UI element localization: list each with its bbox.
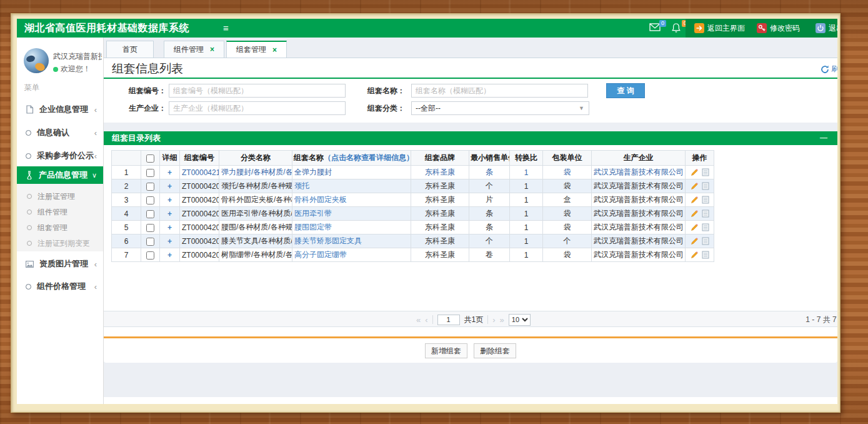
circle-icon xyxy=(26,284,31,290)
mail-icon[interactable]: 0 xyxy=(649,23,662,33)
cell-name[interactable]: 医用牵引带 xyxy=(292,207,411,221)
kit-code-input[interactable] xyxy=(169,84,346,98)
view-doc-icon[interactable] xyxy=(702,209,709,218)
edit-pencil-icon[interactable] xyxy=(691,237,699,245)
cell-detail[interactable]: + xyxy=(160,179,180,193)
row-checkbox[interactable] xyxy=(146,196,154,204)
cell-code: ZT00004206 xyxy=(180,221,219,235)
footer-separator xyxy=(104,336,837,338)
edit-pencil-icon[interactable] xyxy=(691,196,699,204)
edit-pencil-icon[interactable] xyxy=(691,209,699,218)
cell-detail[interactable]: + xyxy=(160,221,180,235)
close-icon[interactable]: × xyxy=(272,46,277,54)
top-header-bar: 湖北省高值医用耗材基础数据库系统 ≡ 0 0 返回主界面 修改密码 退出 xyxy=(17,19,837,38)
cell-detail[interactable]: + xyxy=(160,166,180,179)
prev-page-icon[interactable]: ‹ xyxy=(425,315,427,325)
add-kit-button[interactable]: 新增组套 xyxy=(425,343,467,358)
view-doc-icon[interactable] xyxy=(702,251,709,259)
view-doc-icon[interactable] xyxy=(702,168,709,176)
header-ratio: 转换比 xyxy=(510,151,543,166)
next-page-icon[interactable]: › xyxy=(492,315,495,325)
refresh-icon xyxy=(821,65,829,74)
delete-kit-button[interactable]: 删除组套 xyxy=(474,343,516,358)
view-doc-icon[interactable] xyxy=(702,237,709,245)
pagination-bar: « ‹ 共1页 › » 10 1 - 7 共 7 条 xyxy=(104,311,837,327)
tab-component-mgmt[interactable]: 组件管理 × xyxy=(164,41,224,58)
submenu-item-registration-cert[interactable]: 注册证管理 xyxy=(17,189,103,204)
sidebar-item-qualification-images[interactable]: 资质图片管理 ‹ xyxy=(17,256,103,272)
header-detail: 详细 xyxy=(160,151,180,166)
cell-brand: 东科圣康 xyxy=(411,221,469,235)
page-size-select[interactable]: 10 xyxy=(509,314,531,326)
row-checkbox[interactable] xyxy=(146,238,154,246)
view-doc-icon[interactable] xyxy=(702,182,709,190)
cell-checkbox xyxy=(141,248,160,262)
cell-detail[interactable]: + xyxy=(160,235,180,248)
circle-icon xyxy=(27,194,32,199)
header-ops: 操作 xyxy=(686,151,714,166)
edit-pencil-icon[interactable] xyxy=(691,182,699,190)
cell-pack: 个 xyxy=(543,235,592,248)
cell-name[interactable]: 高分子固定绷带 xyxy=(292,248,411,262)
app-window: 湖北省高值医用耗材基础数据库系统 ≡ 0 0 返回主界面 修改密码 退出 xyxy=(17,19,837,404)
cell-name[interactable]: 膝关节矫形固定支具 xyxy=(292,235,411,248)
submenu-item-cert-expiry-change[interactable]: 注册证到期变更 xyxy=(17,236,103,251)
bell-icon[interactable]: 0 xyxy=(672,23,684,33)
row-checkbox[interactable] xyxy=(146,224,154,232)
edit-pencil-icon[interactable] xyxy=(691,223,699,231)
tab-kit-mgmt-active[interactable]: 组套管理 × xyxy=(226,41,287,58)
row-checkbox[interactable] xyxy=(146,183,154,191)
row-checkbox[interactable] xyxy=(146,210,154,218)
view-doc-icon[interactable] xyxy=(702,223,709,231)
manufacturer-input[interactable] xyxy=(169,101,346,115)
tab-home[interactable]: 首页 xyxy=(106,41,154,58)
cell-name[interactable]: 腰围固定带 xyxy=(292,221,411,235)
cell-category: 医用牵引带/各种材质/各种 xyxy=(219,207,292,221)
sidebar-item-info-confirm[interactable]: 信息确认 ‹ xyxy=(17,124,103,141)
submenu-item-component-mgmt[interactable]: 组件管理 xyxy=(17,204,103,220)
return-main-button[interactable]: 返回主界面 xyxy=(694,19,745,38)
view-doc-icon[interactable] xyxy=(702,196,709,204)
collapse-icon[interactable]: — xyxy=(820,131,827,144)
row-checkbox[interactable] xyxy=(146,169,154,177)
page-number-input[interactable] xyxy=(437,315,460,325)
cell-checkbox xyxy=(141,207,160,221)
cell-rownum: 4 xyxy=(112,207,141,221)
last-page-icon[interactable]: » xyxy=(500,315,504,325)
refresh-button[interactable]: 刷新 xyxy=(821,64,837,74)
kit-name-input[interactable] xyxy=(411,84,588,98)
search-button[interactable]: 查 询 xyxy=(606,83,645,98)
row-checkbox[interactable] xyxy=(146,251,154,260)
circle-icon xyxy=(27,225,32,230)
edit-pencil-icon[interactable] xyxy=(691,168,699,176)
sidebar-item-product-info-active[interactable]: 产品信息管理 ∨ xyxy=(17,166,103,184)
select-all-checkbox[interactable] xyxy=(146,154,154,163)
cell-category: 腰围/各种材质/各种规格 xyxy=(219,221,292,235)
table-row: 6 + ZT00004205 膝关节支具/各种材质/各种 膝关节矫形固定支具 东… xyxy=(112,235,714,248)
hamburger-menu-icon[interactable]: ≡ xyxy=(223,19,229,38)
chevron-down-icon: ▼ xyxy=(579,102,584,114)
close-icon[interactable]: × xyxy=(210,45,214,54)
submenu-item-kit-mgmt[interactable]: 组套管理 xyxy=(17,220,103,235)
sidebar-item-purchase-reference-price[interactable]: 采购参考价公示 ‹ xyxy=(17,148,103,164)
sidebar-item-component-price[interactable]: 组件价格管理 ‹ xyxy=(17,278,103,295)
cell-detail[interactable]: + xyxy=(160,248,180,262)
cell-unit: 片 xyxy=(469,193,510,207)
cell-name[interactable]: 全弹力腰封 xyxy=(292,166,411,179)
first-page-icon[interactable]: « xyxy=(416,315,421,325)
cell-brand: 东科圣康 xyxy=(411,248,469,262)
logout-button[interactable]: 退出 xyxy=(816,19,837,38)
circle-icon xyxy=(26,130,31,136)
sidebar-item-enterprise-info[interactable]: 企业信息管理 ‹ xyxy=(17,101,103,118)
cell-detail[interactable]: + xyxy=(160,193,180,207)
edit-pencil-icon[interactable] xyxy=(691,251,699,259)
circle-icon xyxy=(27,241,32,246)
kit-category-select[interactable]: --全部-- ▼ xyxy=(411,101,589,115)
cell-detail[interactable]: + xyxy=(160,207,180,221)
bottom-white-strip xyxy=(104,397,837,404)
key-icon xyxy=(757,23,767,33)
cell-pack: 盒 xyxy=(543,193,592,207)
change-password-button[interactable]: 修改密码 xyxy=(757,19,800,38)
cell-name[interactable]: 骨科外固定夹板 xyxy=(292,193,411,207)
cell-name[interactable]: 颈托 xyxy=(292,179,411,193)
